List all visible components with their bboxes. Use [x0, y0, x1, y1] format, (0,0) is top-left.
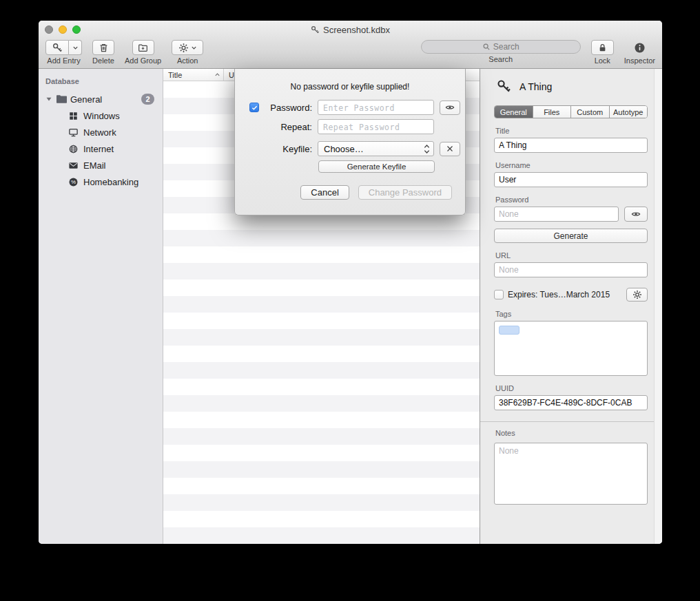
add-entry-dropdown[interactable] — [69, 40, 82, 55]
search-label: Search — [488, 55, 513, 63]
add-entry-button[interactable] — [45, 40, 69, 55]
delete-button[interactable] — [92, 40, 114, 55]
generate-password-button[interactable]: Generate — [494, 229, 648, 243]
tab-files[interactable]: Files — [533, 106, 572, 118]
close-icon — [445, 144, 455, 154]
key-icon — [52, 43, 63, 53]
search-placeholder: Search — [493, 42, 519, 52]
checkmark-icon — [251, 104, 258, 112]
password-field[interactable] — [494, 207, 619, 222]
keyfile-popup[interactable]: Choose… — [318, 141, 434, 156]
sort-ascending-icon — [214, 72, 220, 78]
sidebar-item-network[interactable]: Network — [39, 124, 163, 140]
generate-keyfile-button[interactable]: Generate Keyfile — [318, 160, 435, 173]
tab-custom[interactable]: Custom — [571, 106, 610, 118]
dialog-password-label: Password: — [262, 103, 318, 113]
inspector-button[interactable] — [628, 40, 650, 55]
column-title-label: Title — [168, 71, 182, 79]
inspector-tabs: General Files Custom Autotype — [494, 105, 648, 118]
toolbar-left-group: Add Entry Delete Add Group — [45, 40, 203, 69]
toolbar-lock: Lock — [591, 40, 614, 65]
tags-label: Tags — [495, 310, 648, 318]
repeat-row: Repeat: — [235, 119, 465, 134]
eye-icon — [445, 103, 455, 112]
toolbar-action: Action — [172, 40, 203, 65]
tab-autotype[interactable]: Autotype — [610, 106, 648, 118]
folder-icon — [56, 94, 67, 104]
toolbar-search: Search Search — [421, 40, 581, 63]
keyfile-row: Keyfile: Choose… — [235, 141, 465, 156]
sidebar-item-label: Network — [83, 127, 116, 138]
uuid-field[interactable] — [494, 395, 648, 410]
title-field-label: Title — [495, 127, 648, 135]
lock-icon — [597, 43, 608, 53]
clear-keyfile-button[interactable] — [440, 142, 460, 156]
entry-title: A Thing — [519, 81, 552, 92]
chevron-down-icon — [191, 45, 197, 51]
title-field[interactable] — [494, 138, 648, 153]
sidebar-item-label: Internet — [83, 144, 114, 154]
uuid-label: UUID — [495, 384, 648, 392]
expires-row: Expires: Tues…March 2015 — [494, 288, 648, 302]
sidebar-group-label: General — [70, 94, 102, 105]
sidebar-item-homebanking[interactable]: % Homebanking — [39, 173, 163, 190]
column-username-label: U — [229, 71, 234, 79]
trash-icon — [99, 43, 109, 53]
column-header-title[interactable]: Title — [163, 69, 224, 81]
sidebar-item-label: Windows — [83, 111, 120, 121]
password-checkbox[interactable] — [249, 103, 259, 112]
url-field-label: URL — [495, 251, 648, 260]
tags-field[interactable] — [494, 321, 648, 376]
sidebar-item-label: EMail — [83, 160, 106, 171]
key-icon — [497, 79, 511, 94]
titlebar: Screenshot.kdbx — [39, 21, 662, 39]
notes-field[interactable] — [494, 443, 648, 505]
stepper-icon — [424, 144, 430, 154]
sidebar-group-general[interactable]: General 2 — [39, 91, 163, 107]
search-input[interactable]: Search — [421, 40, 581, 54]
toolbar-add-entry: Add Entry — [45, 40, 82, 65]
sidebar-item-internet[interactable]: Internet — [39, 140, 163, 157]
change-password-button[interactable]: Change Password — [358, 185, 452, 200]
password-field-label: Password — [495, 196, 648, 204]
inspector-scrollbar[interactable] — [654, 69, 662, 544]
eye-icon — [631, 209, 641, 219]
entry-count-badge: 2 — [141, 94, 154, 105]
entry-header: A Thing — [494, 79, 648, 94]
lock-button[interactable] — [591, 40, 614, 55]
sidebar-item-email[interactable]: EMail — [39, 157, 163, 173]
dialog-reveal-password-button[interactable] — [440, 101, 460, 115]
tab-general[interactable]: General — [495, 106, 533, 118]
expires-checkbox[interactable] — [494, 290, 504, 299]
dialog-repeat-label: Repeat: — [262, 122, 318, 132]
globe-icon — [68, 144, 79, 154]
sidebar-item-windows[interactable]: Windows — [39, 107, 163, 124]
dialog-password-input[interactable] — [318, 100, 434, 115]
expires-settings-button[interactable] — [626, 288, 648, 302]
reveal-password-button[interactable] — [624, 207, 648, 222]
expires-label: Expires: Tues…March 2015 — [508, 290, 622, 299]
sidebar: Database General 2 Windows Network Inter… — [39, 69, 163, 544]
add-entry-label: Add Entry — [47, 56, 80, 65]
change-password-dialog: No password or keyfile supplied! Passwor… — [234, 69, 466, 215]
inspector-label: Inspector — [624, 56, 655, 65]
svg-text:%: % — [71, 179, 76, 185]
search-icon — [482, 43, 491, 51]
toolbar-add-group: Add Group — [125, 40, 161, 65]
action-button[interactable] — [172, 40, 203, 55]
chevron-down-icon — [72, 45, 79, 51]
tag-chip[interactable] — [499, 326, 519, 335]
cancel-button[interactable]: Cancel — [300, 185, 349, 200]
username-field[interactable] — [494, 172, 648, 187]
dialog-repeat-input[interactable] — [318, 119, 434, 134]
delete-label: Delete — [92, 56, 114, 65]
lock-label: Lock — [595, 56, 610, 65]
toolbar: Add Entry Delete Add Group — [39, 40, 662, 69]
disclosure-triangle-icon[interactable] — [45, 96, 52, 103]
action-label: Action — [177, 56, 198, 65]
add-group-button[interactable] — [132, 40, 154, 55]
url-field[interactable] — [494, 262, 648, 277]
percent-coin-icon: % — [68, 177, 79, 187]
dialog-message: No password or keyfile supplied! — [235, 82, 465, 92]
network-icon — [68, 127, 79, 138]
